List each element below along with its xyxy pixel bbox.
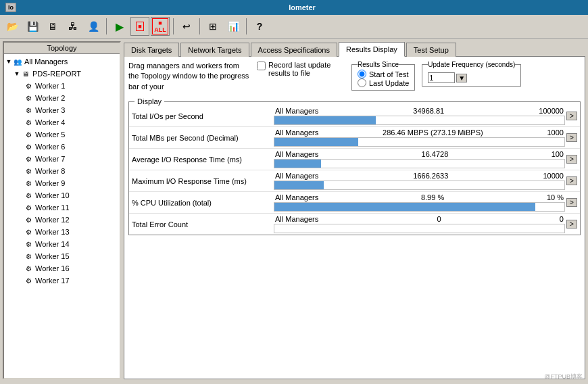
network-button[interactable]: 🖧 bbox=[64, 17, 82, 36]
tree-item-worker7[interactable]: ⚙ Worker 7 bbox=[4, 153, 120, 165]
tree-item-worker12[interactable]: ⚙ Worker 12 bbox=[4, 214, 120, 226]
metric-arrow-ios[interactable]: > bbox=[566, 112, 577, 120]
tree-label-pds-report: PDS-REPORT bbox=[32, 70, 81, 78]
update-frequency-dropdown[interactable]: ▼ bbox=[456, 74, 467, 82]
watermark: @FTPUB博客 bbox=[544, 373, 583, 381]
toolbar-sep-4 bbox=[246, 18, 247, 34]
metric-bar-fill-cpu bbox=[274, 203, 535, 211]
back-button[interactable]: ↩ bbox=[177, 17, 196, 36]
metric-info-ios: All Managers 34968.81 100000 bbox=[274, 107, 565, 115]
tree-label-worker17: Worker 17 bbox=[35, 277, 70, 285]
tree-label-worker14: Worker 14 bbox=[35, 240, 70, 248]
computer-icon: 🖥 bbox=[20, 68, 31, 79]
view-button[interactable]: 📊 bbox=[224, 17, 243, 36]
metric-bar-fill-ios bbox=[274, 116, 376, 124]
metric-info-max-response: All Managers 1666.2633 10000 bbox=[274, 172, 565, 180]
update-frequency-input[interactable] bbox=[428, 72, 455, 83]
stop-all-button[interactable]: ■ALL bbox=[151, 17, 170, 36]
expand-icon[interactable]: ▼ bbox=[5, 58, 12, 65]
tree-label-worker15: Worker 15 bbox=[35, 252, 70, 260]
tree-item-worker13[interactable]: ⚙ Worker 13 bbox=[4, 226, 120, 238]
record-last-section: Record last update results to file bbox=[257, 61, 345, 77]
start-button[interactable]: ▶ bbox=[110, 17, 129, 36]
expand-icon-pds[interactable]: ▼ bbox=[14, 70, 20, 77]
tree-item-all-managers[interactable]: ▼ 👥 All Managers bbox=[4, 55, 120, 68]
tree-item-worker10[interactable]: ⚙ Worker 10 bbox=[4, 189, 120, 201]
worker-icon: ⚙ bbox=[23, 263, 34, 274]
worker-icon: ⚙ bbox=[23, 117, 34, 128]
toolbar-sep-2 bbox=[173, 18, 174, 34]
metric-label-ios: Total I/Os per Second bbox=[132, 112, 274, 120]
open-button[interactable]: 📂 bbox=[3, 17, 22, 36]
tree-item-worker16[interactable]: ⚙ Worker 16 bbox=[4, 262, 120, 274]
metric-value-error: 0 bbox=[437, 215, 441, 223]
tree-item-worker8[interactable]: ⚙ Worker 8 bbox=[4, 165, 120, 177]
metric-arrow-max-response[interactable]: > bbox=[566, 176, 577, 185]
metric-bar-area-error: All Managers 0 0 bbox=[274, 215, 565, 233]
toggle-button[interactable]: ⊞ bbox=[203, 17, 222, 36]
tree-item-worker11[interactable]: ⚙ Worker 11 bbox=[4, 201, 120, 214]
tree-item-worker14[interactable]: ⚙ Worker 14 bbox=[4, 238, 120, 250]
metric-arrow-cpu[interactable]: > bbox=[566, 198, 577, 207]
tab-disk-targets[interactable]: Disk Targets bbox=[124, 43, 179, 57]
main-area: Topology ▼ 👥 All Managers ▼ 🖥 PDS-REPORT… bbox=[0, 39, 588, 382]
metric-arrow-error[interactable]: > bbox=[566, 220, 577, 229]
title-bar: Io Iometer bbox=[0, 0, 588, 15]
metric-arrow-avg-response[interactable]: > bbox=[566, 155, 577, 164]
worker-icon: ⚙ bbox=[23, 214, 34, 225]
metric-max-avg-response: 100 bbox=[552, 150, 564, 158]
tree-item-worker15[interactable]: ⚙ Worker 15 bbox=[4, 250, 120, 262]
worker-icon: ⚙ bbox=[23, 166, 34, 176]
metric-bar-container-error bbox=[274, 224, 565, 233]
worker-icon: ⚙ bbox=[23, 202, 34, 213]
worker-button[interactable]: 👤 bbox=[84, 17, 103, 36]
metric-bar-container-avg-response bbox=[274, 159, 565, 168]
topology-header: Topology bbox=[4, 43, 120, 54]
tree-item-pds-report[interactable]: ▼ 🖥 PDS-REPORT bbox=[4, 68, 120, 80]
worker-icon: ⚙ bbox=[23, 141, 34, 152]
metric-bar-container-mbs bbox=[274, 137, 565, 147]
tree-label-worker6: Worker 6 bbox=[35, 143, 65, 151]
tab-content-results-display: Drag managers and workers from the Topol… bbox=[124, 57, 585, 379]
metric-bar-container-max-response bbox=[274, 181, 565, 190]
metric-row-error: Total Error Count All Managers 0 0 > bbox=[129, 214, 580, 235]
toolbar-sep-1 bbox=[106, 18, 107, 34]
record-last-checkbox[interactable] bbox=[257, 62, 266, 70]
toolbar: 📂 💾 🖥 🖧 👤 ▶ ■ ■ALL ↩ ⊞ 📊 ? bbox=[0, 15, 588, 39]
toolbar-sep-3 bbox=[199, 18, 200, 34]
save-button[interactable]: 💾 bbox=[23, 17, 42, 36]
tree-label-worker13: Worker 13 bbox=[35, 228, 70, 236]
help-button[interactable]: ? bbox=[250, 17, 269, 36]
metric-info-cpu: All Managers 8.99 % 10 % bbox=[274, 193, 565, 201]
radio-last-update-input[interactable] bbox=[358, 78, 366, 87]
tree-item-worker9[interactable]: ⚙ Worker 9 bbox=[4, 177, 120, 189]
stop-button[interactable]: ■ bbox=[130, 17, 149, 36]
tree-item-worker2[interactable]: ⚙ Worker 2 bbox=[4, 92, 120, 104]
metric-arrow-mbs[interactable]: > bbox=[566, 133, 577, 142]
worker-icon: ⚙ bbox=[23, 129, 34, 140]
topology-tree[interactable]: ▼ 👥 All Managers ▼ 🖥 PDS-REPORT ⚙ Worker… bbox=[4, 54, 120, 378]
tab-results-display[interactable]: Results Display bbox=[339, 42, 405, 57]
tree-item-worker6[interactable]: ⚙ Worker 6 bbox=[4, 141, 120, 153]
worker-icon: ⚙ bbox=[23, 105, 34, 116]
tree-item-worker5[interactable]: ⚙ Worker 5 bbox=[4, 128, 120, 141]
tree-item-worker17[interactable]: ⚙ Worker 17 bbox=[4, 274, 120, 287]
tab-bar: Disk Targets Network Targets Access Spec… bbox=[124, 41, 585, 57]
worker-icon: ⚙ bbox=[23, 275, 34, 286]
update-frequency-legend: Update Frequency (seconds) bbox=[428, 61, 515, 68]
tab-access-specifications[interactable]: Access Specifications bbox=[251, 43, 337, 57]
worker-icon: ⚙ bbox=[23, 226, 34, 237]
metric-bar-container-ios bbox=[274, 116, 565, 125]
tab-network-targets[interactable]: Network Targets bbox=[180, 43, 249, 57]
tree-label-worker2: Worker 2 bbox=[35, 94, 65, 102]
metric-row-max-response: Maximum I/O Response Time (ms) All Manag… bbox=[129, 170, 580, 192]
tree-label-worker5: Worker 5 bbox=[35, 130, 65, 139]
metric-label-max-response: Maximum I/O Response Time (ms) bbox=[132, 177, 274, 185]
radio-start-of-test-input[interactable] bbox=[358, 70, 366, 78]
tree-item-worker4[interactable]: ⚙ Worker 4 bbox=[4, 116, 120, 128]
tree-item-worker1[interactable]: ⚙ Worker 1 bbox=[4, 80, 120, 92]
tab-test-setup[interactable]: Test Setup bbox=[406, 43, 456, 57]
config-button[interactable]: 🖥 bbox=[43, 17, 62, 36]
tree-item-worker3[interactable]: ⚙ Worker 3 bbox=[4, 104, 120, 116]
worker-icon: ⚙ bbox=[23, 190, 34, 201]
